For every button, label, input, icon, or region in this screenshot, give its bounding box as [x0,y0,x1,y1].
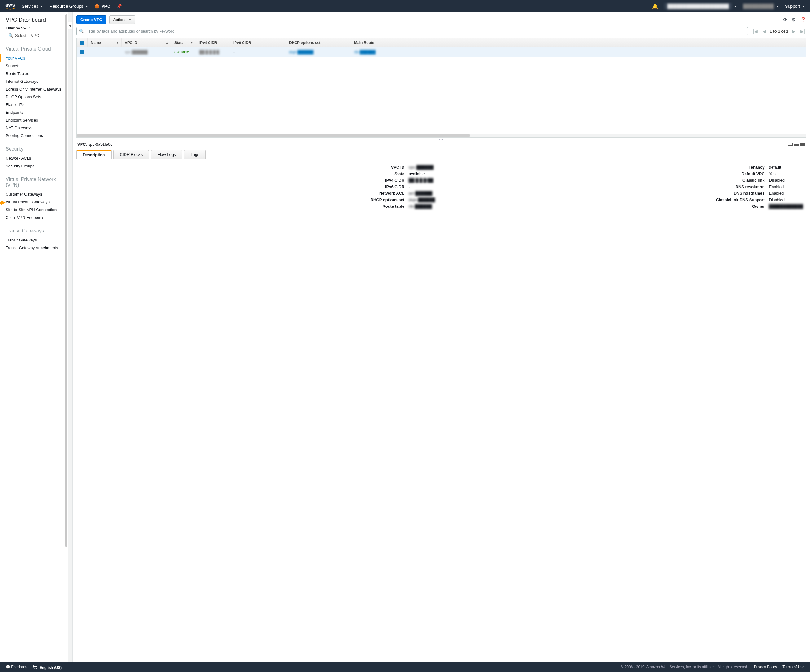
col-main-route[interactable]: Main Route [351,38,806,47]
page-count-label: 1 to 1 of 1 [770,29,789,34]
sidebar-item-subnets[interactable]: Subnets [5,62,68,70]
sidebar-item-site-to-site-vpn[interactable]: Site-to-Site VPN Connections [5,206,68,214]
detail-left-column: VPC IDvpc-██████ Stateavailable IPv4 CID… [349,165,435,209]
col-label: DHCP options set [289,41,321,45]
value-ipv6: - [409,184,435,189]
panel-size-large-button[interactable] [800,143,805,146]
vpc-table: Name▾ VPC ID▴ State▾ IPv4 CIDR IPv6 CIDR… [76,38,806,57]
globe-icon [33,665,37,669]
help-button[interactable]: ❓ [800,17,806,23]
group-security-title: Security [5,146,68,152]
region-menu[interactable]: ██████████ ▼ [743,4,779,8]
sidebar-item-egress-only-igw[interactable]: Egress Only Internet Gateways [5,85,68,93]
sidebar-item-dhcp-options[interactable]: DHCP Options Sets [5,93,68,101]
sidebar-title[interactable]: VPC Dashboard [5,17,68,23]
panel-size-controls [788,143,805,146]
detail-tabs: Description CIDR Blocks Flow Logs Tags [76,150,806,159]
settings-button[interactable]: ⚙ [791,17,796,23]
label-dns-resolution: DNS resolution [690,184,764,189]
create-vpc-button[interactable]: Create VPC [76,15,106,24]
page-first-button[interactable]: |◀ [752,28,759,34]
language-selector[interactable]: English (US) [33,665,62,670]
sidebar-item-endpoints[interactable]: Endpoints [5,108,68,116]
tab-tags[interactable]: Tags [184,150,206,159]
tab-description[interactable]: Description [76,150,111,159]
sidebar-item-security-groups[interactable]: Security Groups [5,162,68,170]
refresh-button[interactable]: ⟳ [783,17,787,23]
value-classiclink-dns: Disabled [769,198,803,202]
detail-body: VPC IDvpc-██████ Stateavailable IPv4 CID… [76,159,806,214]
account-label: ████████████████████ [664,3,732,9]
sidebar-item-client-vpn[interactable]: Client VPN Endpoints [5,214,68,221]
sidebar-item-peering[interactable]: Peering Connections [5,132,68,140]
panel-size-small-button[interactable] [788,143,793,146]
cell-dhcp: dopt-██████ [286,47,351,57]
filter-bar: 🔍 Filter by tags and attributes or searc… [76,27,806,35]
notifications-button[interactable]: 🔔 [652,3,658,9]
vpc-filter-select[interactable]: 🔍 Select a VPC [5,32,58,39]
action-bar: Create VPC Actions ▼ ⟳ ⚙ ❓ [76,15,806,24]
sidebar-item-tgw-attachments[interactable]: Transit Gateway Attachments [5,244,68,252]
value-ipv4: ██.█.█.█/██ [409,178,435,182]
tab-flow-logs[interactable]: Flow Logs [151,150,182,159]
col-name[interactable]: Name▾ [88,38,122,47]
col-ipv4-cidr[interactable]: IPv4 CIDR [196,38,230,47]
horizontal-scrollbar[interactable] [76,133,806,137]
sidebar-item-your-vpcs[interactable]: Your VPCs [0,54,68,62]
sidebar-item-endpoint-services[interactable]: Endpoint Services [5,116,68,124]
services-menu[interactable]: Services ▼ [22,4,43,8]
chevron-down-icon: ▼ [85,5,88,8]
sidebar-item-internet-gateways[interactable]: Internet Gateways [5,78,68,85]
col-state[interactable]: State▾ [171,38,196,47]
sidebar-item-elastic-ips[interactable]: Elastic IPs [5,101,68,108]
filter-by-vpc-label: Filter by VPC: [5,26,68,30]
col-label: IPv4 CIDR [199,41,217,45]
tab-cidr-blocks[interactable]: CIDR Blocks [113,150,149,159]
col-vpc-id[interactable]: VPC ID▴ [122,38,171,47]
gear-icon: ⚙ [791,17,796,22]
row-checkbox[interactable] [76,47,88,57]
resource-groups-menu[interactable]: Resource Groups ▼ [50,4,89,8]
chevron-down-icon: ▼ [734,5,737,8]
value-owner: ████████████ [769,204,803,209]
value-route-table[interactable]: rtb-██████ [409,204,435,209]
col-dhcp[interactable]: DHCP options set [286,38,351,47]
aws-logo[interactable]: aws [5,2,15,10]
split-handle[interactable]: ••• [76,138,806,141]
label-default-vpc: Default VPC [690,171,764,176]
aws-logo-text: aws [5,2,15,7]
cell-name [88,47,122,57]
sort-icon: ▾ [191,41,193,44]
table-row[interactable]: vpc-██████ available ██.█.█.█/█ - dopt-█… [76,47,806,57]
value-dhcp[interactable]: dopt-██████ [409,198,435,202]
sidebar-item-route-tables[interactable]: Route Tables [5,70,68,78]
panel-size-medium-button[interactable] [794,143,799,146]
sidebar-item-nat-gateways[interactable]: NAT Gateways [5,124,68,132]
page-prev-button[interactable]: ◀ [761,28,767,34]
pin-button[interactable]: 📌 [116,4,122,8]
search-input[interactable]: 🔍 Filter by tags and attributes or searc… [76,27,748,35]
callout-arrow-icon [0,199,5,206]
sidebar-scrollbar[interactable] [65,12,68,662]
sort-icon: ▴ [166,41,168,44]
collapse-sidebar-button[interactable]: ◀ [68,22,72,29]
value-network-acl[interactable]: acl-██████ [409,191,435,196]
sidebar-item-network-acls[interactable]: Network ACLs [5,154,68,162]
feedback-button[interactable]: 💬 Feedback [5,665,27,669]
sidebar-item-virtual-private-gateways[interactable]: Virtual Private Gateways [5,198,68,206]
sidebar-item-label: Virtual Private Gateways [5,199,50,204]
col-ipv6-cidr[interactable]: IPv6 CIDR [230,38,286,47]
support-menu[interactable]: Support ▼ [785,4,805,8]
privacy-link[interactable]: Privacy Policy [754,665,777,669]
account-menu[interactable]: ████████████████████ ▼ [664,3,737,9]
page-last-button[interactable]: ▶| [799,28,806,34]
pinned-service[interactable]: VPC [94,4,110,8]
actions-menu-button[interactable]: Actions ▼ [110,15,136,24]
sidebar-item-customer-gateways[interactable]: Customer Gateways [5,190,68,198]
sidebar-item-transit-gateways[interactable]: Transit Gateways [5,236,68,244]
terms-link[interactable]: Terms of Use [783,665,805,669]
bell-icon: 🔔 [652,3,658,9]
page-next-button[interactable]: ▶ [791,28,796,34]
detail-header-label: VPC: [78,142,87,147]
select-all-checkbox[interactable] [76,38,88,47]
